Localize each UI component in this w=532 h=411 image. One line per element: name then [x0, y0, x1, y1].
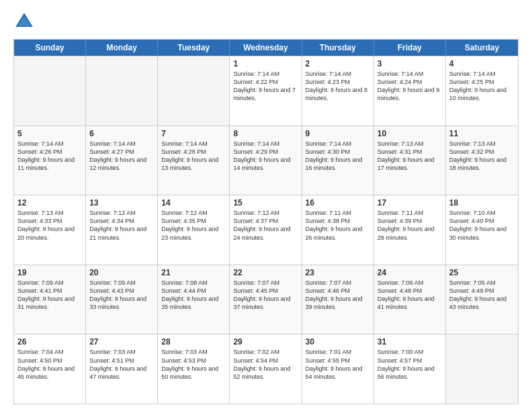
table-row: 15Sunrise: 7:12 AM Sunset: 4:37 PM Dayli… — [230, 195, 302, 265]
day-number: 15 — [233, 198, 298, 208]
day-number: 6 — [89, 129, 154, 138]
table-row: 27Sunrise: 7:03 AM Sunset: 4:51 PM Dayli… — [86, 334, 158, 404]
day-number: 27 — [89, 337, 154, 347]
calendar-body: 1Sunrise: 7:14 AM Sunset: 4:22 PM Daylig… — [14, 56, 518, 404]
header — [13, 11, 519, 32]
cell-details: Sunrise: 7:11 AM Sunset: 4:38 PM Dayligh… — [306, 209, 370, 242]
calendar-row: 19Sunrise: 7:09 AM Sunset: 4:41 PM Dayli… — [14, 265, 518, 334]
day-number: 2 — [306, 59, 370, 68]
day-number: 20 — [89, 268, 154, 277]
cell-details: Sunrise: 7:01 AM Sunset: 4:55 PM Dayligh… — [306, 348, 370, 381]
day-number: 25 — [449, 268, 515, 277]
day-number: 9 — [306, 129, 370, 138]
cell-details: Sunrise: 7:14 AM Sunset: 4:29 PM Dayligh… — [233, 140, 298, 173]
cell-details: Sunrise: 7:14 AM Sunset: 4:30 PM Dayligh… — [306, 140, 370, 173]
day-number: 28 — [161, 337, 226, 347]
table-row: 16Sunrise: 7:11 AM Sunset: 4:38 PM Dayli… — [302, 195, 374, 265]
calendar-row: 5Sunrise: 7:14 AM Sunset: 4:26 PM Daylig… — [14, 126, 518, 195]
day-number: 17 — [378, 198, 442, 208]
table-row: 20Sunrise: 7:09 AM Sunset: 4:43 PM Dayli… — [86, 265, 158, 334]
table-row: 14Sunrise: 7:12 AM Sunset: 4:35 PM Dayli… — [158, 195, 230, 265]
cell-details: Sunrise: 7:09 AM Sunset: 4:43 PM Dayligh… — [89, 279, 154, 312]
day-number: 31 — [378, 337, 442, 347]
table-row: 11Sunrise: 7:13 AM Sunset: 4:32 PM Dayli… — [446, 126, 518, 195]
table-row: 3Sunrise: 7:14 AM Sunset: 4:24 PM Daylig… — [374, 56, 446, 126]
table-row: 13Sunrise: 7:12 AM Sunset: 4:34 PM Dayli… — [86, 195, 158, 265]
table-row: 26Sunrise: 7:04 AM Sunset: 4:50 PM Dayli… — [14, 334, 86, 404]
cell-details: Sunrise: 7:13 AM Sunset: 4:32 PM Dayligh… — [449, 140, 515, 173]
day-number: 21 — [161, 268, 226, 277]
table-row: 29Sunrise: 7:02 AM Sunset: 4:54 PM Dayli… — [230, 334, 302, 404]
table-row: 22Sunrise: 7:07 AM Sunset: 4:45 PM Dayli… — [230, 265, 302, 334]
table-row: 23Sunrise: 7:07 AM Sunset: 4:46 PM Dayli… — [302, 265, 374, 334]
logo-icon — [13, 11, 35, 32]
cell-details: Sunrise: 7:13 AM Sunset: 4:33 PM Dayligh… — [17, 209, 82, 242]
day-number: 11 — [449, 129, 515, 138]
table-row: 28Sunrise: 7:03 AM Sunset: 4:53 PM Dayli… — [158, 334, 230, 404]
cell-details: Sunrise: 7:12 AM Sunset: 4:34 PM Dayligh… — [89, 209, 154, 242]
header-day: Monday — [86, 40, 158, 56]
header-day: Saturday — [446, 40, 518, 56]
page: SundayMondayTuesdayWednesdayThursdayFrid… — [0, 0, 532, 411]
cell-details: Sunrise: 7:14 AM Sunset: 4:25 PM Dayligh… — [449, 70, 515, 103]
header-day: Friday — [374, 40, 446, 56]
day-number: 22 — [233, 268, 298, 277]
table-row — [158, 56, 230, 126]
table-row: 2Sunrise: 7:14 AM Sunset: 4:23 PM Daylig… — [302, 56, 374, 126]
cell-details: Sunrise: 7:13 AM Sunset: 4:31 PM Dayligh… — [378, 140, 442, 173]
cell-details: Sunrise: 7:14 AM Sunset: 4:24 PM Dayligh… — [378, 70, 442, 103]
header-day: Wednesday — [230, 40, 302, 56]
day-number: 26 — [17, 337, 82, 347]
table-row: 9Sunrise: 7:14 AM Sunset: 4:30 PM Daylig… — [302, 126, 374, 195]
cell-details: Sunrise: 7:09 AM Sunset: 4:41 PM Dayligh… — [17, 279, 82, 312]
day-number: 8 — [233, 129, 298, 138]
table-row: 31Sunrise: 7:00 AM Sunset: 4:57 PM Dayli… — [374, 334, 446, 404]
cell-details: Sunrise: 7:11 AM Sunset: 4:39 PM Dayligh… — [378, 209, 442, 242]
table-row: 24Sunrise: 7:06 AM Sunset: 4:48 PM Dayli… — [374, 265, 446, 334]
table-row — [86, 56, 158, 126]
table-row: 18Sunrise: 7:10 AM Sunset: 4:40 PM Dayli… — [446, 195, 518, 265]
day-number: 14 — [161, 198, 226, 208]
table-row: 30Sunrise: 7:01 AM Sunset: 4:55 PM Dayli… — [302, 334, 374, 404]
table-row — [14, 56, 86, 126]
cell-details: Sunrise: 7:04 AM Sunset: 4:50 PM Dayligh… — [17, 348, 82, 381]
day-number: 7 — [161, 129, 226, 138]
cell-details: Sunrise: 7:14 AM Sunset: 4:23 PM Dayligh… — [306, 70, 370, 103]
cell-details: Sunrise: 7:12 AM Sunset: 4:35 PM Dayligh… — [161, 209, 226, 242]
cell-details: Sunrise: 7:06 AM Sunset: 4:48 PM Dayligh… — [378, 279, 442, 312]
cell-details: Sunrise: 7:14 AM Sunset: 4:27 PM Dayligh… — [89, 140, 154, 173]
day-number: 18 — [449, 198, 515, 208]
calendar-row: 1Sunrise: 7:14 AM Sunset: 4:22 PM Daylig… — [14, 56, 518, 126]
table-row: 19Sunrise: 7:09 AM Sunset: 4:41 PM Dayli… — [14, 265, 86, 334]
cell-details: Sunrise: 7:07 AM Sunset: 4:46 PM Dayligh… — [306, 279, 370, 312]
cell-details: Sunrise: 7:05 AM Sunset: 4:49 PM Dayligh… — [449, 279, 515, 312]
day-number: 16 — [306, 198, 370, 208]
day-number: 19 — [17, 268, 82, 277]
table-row: 21Sunrise: 7:08 AM Sunset: 4:44 PM Dayli… — [158, 265, 230, 334]
table-row: 1Sunrise: 7:14 AM Sunset: 4:22 PM Daylig… — [230, 56, 302, 126]
cell-details: Sunrise: 7:08 AM Sunset: 4:44 PM Dayligh… — [161, 279, 226, 312]
day-number: 1 — [233, 59, 298, 68]
day-number: 23 — [306, 268, 370, 277]
table-row: 6Sunrise: 7:14 AM Sunset: 4:27 PM Daylig… — [86, 126, 158, 195]
cell-details: Sunrise: 7:03 AM Sunset: 4:51 PM Dayligh… — [89, 348, 154, 381]
table-row: 12Sunrise: 7:13 AM Sunset: 4:33 PM Dayli… — [14, 195, 86, 265]
table-row: 4Sunrise: 7:14 AM Sunset: 4:25 PM Daylig… — [446, 56, 518, 126]
calendar: SundayMondayTuesdayWednesdayThursdayFrid… — [13, 39, 519, 404]
cell-details: Sunrise: 7:07 AM Sunset: 4:45 PM Dayligh… — [233, 279, 298, 312]
day-number: 5 — [17, 129, 82, 138]
calendar-row: 26Sunrise: 7:04 AM Sunset: 4:50 PM Dayli… — [14, 334, 518, 404]
table-row: 8Sunrise: 7:14 AM Sunset: 4:29 PM Daylig… — [230, 126, 302, 195]
logo — [13, 11, 36, 32]
calendar-header: SundayMondayTuesdayWednesdayThursdayFrid… — [14, 40, 518, 56]
calendar-row: 12Sunrise: 7:13 AM Sunset: 4:33 PM Dayli… — [14, 195, 518, 265]
table-row: 7Sunrise: 7:14 AM Sunset: 4:28 PM Daylig… — [158, 126, 230, 195]
cell-details: Sunrise: 7:14 AM Sunset: 4:28 PM Dayligh… — [161, 140, 226, 173]
cell-details: Sunrise: 7:03 AM Sunset: 4:53 PM Dayligh… — [161, 348, 226, 381]
cell-details: Sunrise: 7:00 AM Sunset: 4:57 PM Dayligh… — [378, 348, 442, 381]
day-number: 24 — [378, 268, 442, 277]
day-number: 12 — [17, 198, 82, 208]
cell-details: Sunrise: 7:02 AM Sunset: 4:54 PM Dayligh… — [233, 348, 298, 381]
day-number: 29 — [233, 337, 298, 347]
day-number: 30 — [306, 337, 370, 347]
